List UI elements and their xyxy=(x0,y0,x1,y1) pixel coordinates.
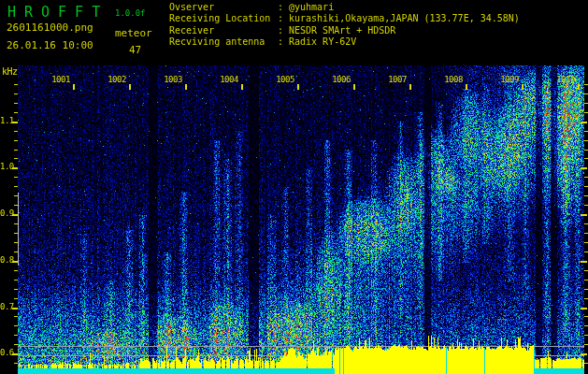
time-tick-label: 1009 xyxy=(495,76,524,84)
time-tick-label: 1007 xyxy=(382,76,412,84)
freq-tick-label: 1.1 xyxy=(0,117,13,125)
info-label: Ovserver xyxy=(169,2,278,13)
info-row: Ovserver:@yuhmari xyxy=(169,2,520,13)
info-value: kurashiki,Okayama,JAPAN (133.77E, 34.58N… xyxy=(289,13,520,24)
freq-tick-label: 0.8 xyxy=(0,256,13,265)
info-label: Recviving antenna xyxy=(169,36,278,48)
time-tick-label: 1010 xyxy=(551,76,581,84)
meteor-label: meteor xyxy=(115,27,152,39)
freq-tick-label: 0.6 xyxy=(0,349,13,357)
filename-label: 2601161000.png xyxy=(7,22,93,34)
time-tick-label: 1003 xyxy=(158,76,188,84)
info-value: NESDR SMArt + HDSDR xyxy=(289,25,395,36)
hrofft-window: HROFFT 1.0.0f 2601161000.png meteor 26.0… xyxy=(0,0,588,374)
info-separator: : xyxy=(278,2,289,13)
info-separator: : xyxy=(278,36,289,48)
info-row: Receiving Location:kurashiki,Okayama,JAP… xyxy=(169,13,520,24)
freq-tick-label: 0.9 xyxy=(0,209,13,218)
freq-axis-unit: kHz xyxy=(2,66,18,77)
info-label: Receiver xyxy=(169,25,278,36)
info-separator: : xyxy=(278,13,289,24)
datetime-label: 26.01.16 10:00 xyxy=(7,39,93,51)
version-label: 1.0.0f xyxy=(115,8,146,18)
time-tick-label: 1001 xyxy=(46,76,76,84)
time-tick-label: 1005 xyxy=(270,76,300,84)
info-value: @yuhmari xyxy=(289,2,334,13)
info-row: Recviving antenna:Radix RY-62V xyxy=(169,36,520,48)
info-separator: : xyxy=(278,25,289,36)
freq-tick-label: 0.7 xyxy=(0,303,13,311)
meteor-count: 47 xyxy=(129,44,141,56)
app-title: HROFFT xyxy=(7,4,108,21)
info-label: Receiving Location xyxy=(169,13,278,24)
station-info: Ovserver:@yuhmari Receiving Location:kur… xyxy=(169,2,520,49)
freq-tick-label: 1.0 xyxy=(0,163,13,171)
spectrogram-canvas xyxy=(0,0,588,374)
info-value: Radix RY-62V xyxy=(289,36,356,48)
time-tick-label: 1004 xyxy=(214,76,244,84)
time-tick-label: 1008 xyxy=(438,76,468,84)
time-tick-label: 1006 xyxy=(326,76,356,84)
info-row: Receiver:NESDR SMArt + HDSDR xyxy=(169,25,520,36)
time-tick-label: 1002 xyxy=(102,76,132,84)
